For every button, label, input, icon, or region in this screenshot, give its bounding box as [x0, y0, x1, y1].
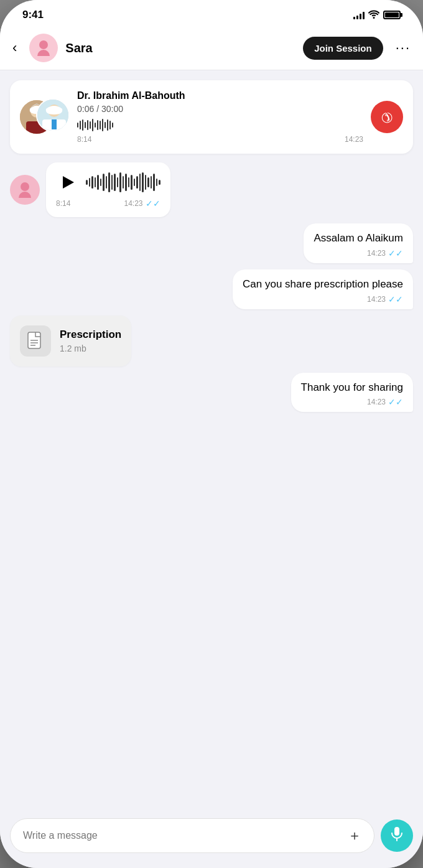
message-input-wrap: ＋: [10, 818, 374, 853]
call-waveform: [77, 119, 363, 131]
svg-rect-11: [394, 827, 399, 836]
message-input[interactable]: [23, 830, 342, 841]
call-card: Dr. Ibrahim Al-Bahouth 0:06 / 30:00 8:14…: [10, 80, 413, 154]
message-prescription-request: Can you share prescription please 14:23 …: [233, 269, 413, 309]
voice-waveform: [86, 171, 160, 194]
chat-header: ‹ Sara Join Session ···: [0, 26, 423, 70]
attach-button[interactable]: ＋: [348, 826, 361, 845]
status-bar: 9:41: [0, 0, 423, 26]
chat-area: Dr. Ibrahim Al-Bahouth 0:06 / 30:00 8:14…: [0, 70, 423, 805]
voice-message-received: 8:14 14:23 ✓✓: [10, 162, 170, 217]
back-button[interactable]: ‹: [12, 37, 22, 58]
voice-time-end: 14:23: [124, 199, 142, 208]
message-meta: 14:23 ✓✓: [314, 248, 403, 258]
file-icon: [20, 325, 51, 357]
file-card[interactable]: Prescription 1.2 mb: [10, 315, 131, 366]
message-text: Thank you for sharing: [301, 380, 403, 395]
join-session-button[interactable]: Join Session: [303, 37, 383, 60]
call-avatar-front: [36, 98, 70, 132]
more-options-button[interactable]: ···: [391, 37, 411, 58]
wifi-icon: [368, 10, 379, 21]
message-time: 14:23: [367, 398, 386, 406]
status-time: 9:41: [22, 9, 44, 21]
call-time-row: 8:14 14:23: [77, 135, 363, 144]
read-receipt-icon: ✓✓: [388, 294, 403, 304]
call-time-end: 14:23: [345, 135, 363, 144]
message-meta: 14:23 ✓✓: [243, 294, 403, 304]
contact-name: Sara: [65, 41, 295, 55]
avatar: [29, 34, 58, 62]
message-thank-you: Thank you for sharing 14:23 ✓✓: [291, 373, 413, 413]
call-info: Dr. Ibrahim Al-Bahouth 0:06 / 30:00 8:14…: [77, 90, 363, 144]
message-meta: 14:23 ✓✓: [301, 397, 403, 407]
bottom-bar: ＋: [0, 811, 423, 868]
mic-button[interactable]: [381, 819, 413, 852]
message-assalam: Assalam o Alaikum 14:23 ✓✓: [304, 223, 413, 263]
read-receipt-icon: ✓✓: [388, 248, 403, 258]
sender-avatar: [10, 175, 40, 205]
phone-icon: ✆: [377, 107, 396, 126]
play-button[interactable]: [56, 171, 78, 194]
call-duration: 0:06 / 30:00: [77, 104, 363, 114]
voice-meta: 8:14 14:23 ✓✓: [56, 198, 160, 208]
message-time: 14:23: [367, 249, 386, 258]
doctor-name: Dr. Ibrahim Al-Bahouth: [77, 90, 363, 101]
phone-frame: 9:41 ‹: [0, 0, 423, 868]
read-receipt-icon: ✓✓: [388, 397, 403, 407]
battery-icon: [383, 11, 401, 19]
file-name: Prescription: [60, 329, 121, 341]
status-icons: [353, 10, 401, 21]
signal-bars-icon: [353, 11, 365, 19]
play-icon: [63, 176, 74, 189]
file-info: Prescription 1.2 mb: [60, 329, 121, 353]
message-text: Assalam o Alaikum: [314, 231, 403, 246]
voice-controls: [56, 171, 160, 194]
end-call-button[interactable]: ✆: [371, 101, 403, 133]
read-receipt-icon: ✓✓: [146, 198, 160, 208]
mic-icon: [391, 826, 403, 845]
call-avatars: [20, 98, 70, 136]
voice-bubble: 8:14 14:23 ✓✓: [46, 162, 170, 217]
file-size: 1.2 mb: [60, 343, 121, 353]
call-time-start: 8:14: [77, 135, 91, 144]
svg-rect-6: [52, 119, 57, 129]
voice-time-start: 8:14: [56, 199, 70, 208]
message-time: 14:23: [367, 295, 386, 304]
message-text: Can you share prescription please: [243, 277, 403, 292]
